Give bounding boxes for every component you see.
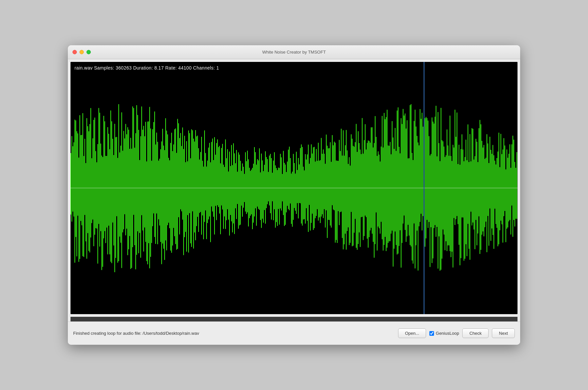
open-button[interactable]: Open... [398, 328, 426, 338]
maximize-button[interactable] [86, 50, 91, 54]
traffic-lights [73, 50, 91, 54]
next-button[interactable]: Next [492, 328, 515, 338]
bottom-bar: Finished creating loop for audio file: /… [68, 321, 520, 345]
file-info: rain.wav Samples: 360263 Duration: 8.17 … [74, 65, 219, 71]
playhead [424, 62, 424, 314]
genius-loop-label[interactable]: GeniusLoop [429, 331, 459, 336]
check-button[interactable]: Check [462, 328, 489, 338]
close-button[interactable] [73, 50, 77, 54]
scrollbar[interactable] [71, 317, 517, 321]
status-text: Finished creating loop for audio file: /… [73, 331, 398, 336]
window-title: White Noise Creator by TMSOFT [262, 50, 326, 55]
waveform-canvas[interactable] [71, 62, 517, 314]
title-bar: White Noise Creator by TMSOFT [68, 45, 520, 59]
minimize-button[interactable] [79, 50, 84, 54]
bottom-controls: Open... GeniusLoop Check Next [398, 328, 515, 338]
genius-loop-text: GeniusLoop [436, 331, 459, 336]
waveform-display[interactable]: rain.wav Samples: 360263 Duration: 8.17 … [71, 62, 517, 314]
app-window: White Noise Creator by TMSOFT rain.wav S… [68, 45, 520, 345]
genius-loop-checkbox[interactable] [429, 331, 434, 336]
